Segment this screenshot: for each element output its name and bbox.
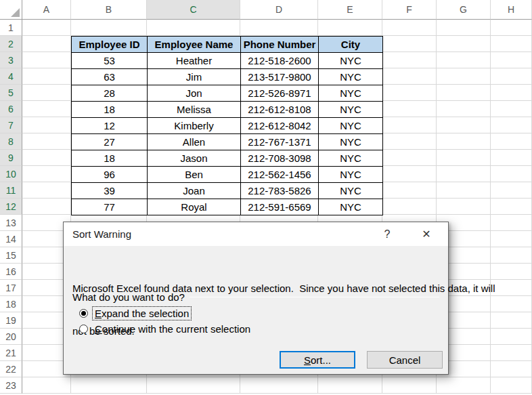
table-cell[interactable]: NYC [319, 53, 383, 69]
table-header-cell[interactable]: Employee ID [72, 37, 148, 53]
row-header-18[interactable]: 18 [0, 296, 22, 312]
sort-button[interactable]: Sort... [280, 351, 355, 369]
cell-A12[interactable] [22, 199, 71, 215]
cell-H11[interactable] [491, 182, 532, 199]
cell-H14[interactable] [491, 231, 532, 247]
cell-E1[interactable] [318, 20, 382, 36]
cell-F10[interactable] [382, 166, 437, 182]
cell-G5[interactable] [437, 85, 491, 101]
cell-G4[interactable] [437, 68, 491, 85]
cell-H2[interactable] [491, 36, 532, 52]
cell-H12[interactable] [491, 199, 532, 215]
cell-A23[interactable] [22, 377, 71, 394]
table-cell[interactable]: 27 [72, 134, 148, 150]
cell-H18[interactable] [491, 296, 532, 312]
cell-A3[interactable] [22, 52, 71, 68]
cell-A9[interactable] [22, 150, 71, 166]
cell-F9[interactable] [382, 150, 437, 166]
cancel-button[interactable]: Cancel [367, 351, 443, 369]
table-cell[interactable]: NYC [319, 69, 383, 85]
cell-G23[interactable] [437, 377, 491, 394]
column-header-A[interactable]: A [22, 0, 71, 20]
table-cell[interactable]: Kimberly [148, 118, 241, 134]
cell-F8[interactable] [382, 133, 437, 150]
cell-A10[interactable] [22, 166, 71, 182]
table-cell[interactable]: 212-591-6569 [241, 199, 319, 215]
row-header-15[interactable]: 15 [0, 247, 22, 264]
cell-F7[interactable] [382, 117, 437, 133]
table-cell[interactable]: NYC [319, 167, 383, 183]
table-cell[interactable]: 18 [72, 102, 148, 118]
cell-D1[interactable] [240, 20, 318, 36]
cell-D23[interactable] [240, 377, 318, 394]
cell-A6[interactable] [22, 101, 71, 117]
row-header-1[interactable]: 1 [0, 20, 22, 36]
cell-E23[interactable] [318, 377, 382, 394]
table-cell[interactable]: 212-562-1456 [241, 167, 319, 183]
cell-F12[interactable] [382, 199, 437, 215]
row-header-19[interactable]: 19 [0, 312, 22, 329]
row-header-8[interactable]: 8 [0, 133, 22, 150]
cell-H23[interactable] [491, 377, 532, 394]
table-cell[interactable]: 63 [72, 69, 148, 85]
table-cell[interactable]: NYC [319, 118, 383, 134]
select-all-button[interactable] [0, 0, 22, 20]
row-header-20[interactable]: 20 [0, 329, 22, 345]
cell-H22[interactable] [491, 361, 532, 377]
table-cell[interactable]: 212-612-8042 [241, 118, 319, 134]
close-icon[interactable]: ✕ [417, 222, 436, 246]
row-header-13[interactable]: 13 [0, 215, 22, 231]
help-icon[interactable]: ? [379, 222, 395, 246]
row-header-11[interactable]: 11 [0, 182, 22, 199]
cell-A7[interactable] [22, 117, 71, 133]
cell-H9[interactable] [491, 150, 532, 166]
cell-G1[interactable] [437, 20, 491, 36]
table-cell[interactable]: NYC [319, 134, 383, 150]
cell-F23[interactable] [382, 377, 437, 394]
row-header-16[interactable]: 16 [0, 264, 22, 280]
radio-button-icon[interactable] [79, 325, 88, 333]
radio-continue-current-selection[interactable]: Continue with the current selection [79, 323, 252, 335]
cell-B1[interactable] [71, 20, 147, 36]
table-cell[interactable]: Ben [148, 167, 241, 183]
table-cell[interactable]: Jim [148, 69, 241, 85]
radio-expand-selection-label[interactable]: Expand the selection [93, 307, 191, 320]
cell-A4[interactable] [22, 68, 71, 85]
table-cell[interactable]: 212-708-3098 [241, 150, 319, 167]
table-cell[interactable]: 212-612-8108 [241, 102, 319, 118]
row-header-17[interactable]: 17 [0, 280, 22, 296]
table-cell[interactable]: 53 [72, 53, 148, 69]
cell-H8[interactable] [491, 133, 532, 150]
cell-G7[interactable] [437, 117, 491, 133]
cell-G3[interactable] [437, 52, 491, 68]
cell-G8[interactable] [437, 133, 491, 150]
table-cell[interactable]: 213-517-9800 [241, 69, 319, 85]
cell-H20[interactable] [491, 329, 532, 345]
table-cell[interactable]: NYC [319, 85, 383, 102]
table-cell[interactable]: 212-783-5826 [241, 183, 319, 199]
cell-A2[interactable] [22, 36, 71, 52]
cell-H10[interactable] [491, 166, 532, 182]
table-cell[interactable]: 12 [72, 118, 148, 134]
radio-button-icon[interactable] [79, 309, 88, 318]
table-cell[interactable]: 77 [72, 199, 148, 215]
cell-B23[interactable] [71, 377, 147, 394]
dialog-titlebar[interactable]: Sort Warning ? ✕ [64, 222, 448, 246]
table-cell[interactable]: 96 [72, 167, 148, 183]
cell-C23[interactable] [147, 377, 240, 394]
cell-F4[interactable] [382, 68, 437, 85]
table-cell[interactable]: 212-767-1371 [241, 134, 319, 150]
row-header-5[interactable]: 5 [0, 85, 22, 101]
row-header-7[interactable]: 7 [0, 117, 22, 133]
column-header-D[interactable]: D [240, 0, 318, 20]
cell-F11[interactable] [382, 182, 437, 199]
table-cell[interactable]: Royal [148, 199, 241, 215]
cell-H6[interactable] [491, 101, 532, 117]
table-cell[interactable]: 18 [72, 150, 148, 167]
cell-H4[interactable] [491, 68, 532, 85]
radio-continue-current-selection-label[interactable]: Continue with the current selection [93, 323, 252, 335]
cell-H13[interactable] [491, 215, 532, 231]
row-header-12[interactable]: 12 [0, 199, 22, 215]
row-header-22[interactable]: 22 [0, 361, 22, 377]
table-header-cell[interactable]: Phone Number [241, 37, 319, 53]
